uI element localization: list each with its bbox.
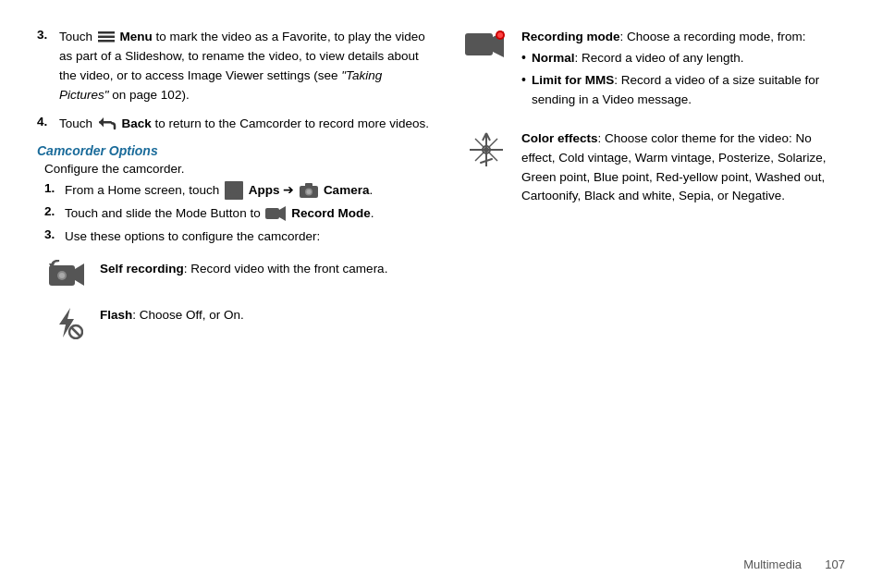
flash-desc: Flash: Choose Off, or On. (100, 306, 435, 325)
svg-line-27 (71, 327, 80, 337)
recording-mode-desc: Recording mode: Choose a recording mode,… (521, 28, 845, 113)
color-effects-row: Color effects: Choose color theme for th… (462, 129, 845, 207)
self-recording-row: Self recording: Record video with the fr… (44, 260, 435, 293)
sub-step-3-number: 3. (44, 227, 63, 241)
menu-icon (98, 31, 115, 43)
svg-rect-17 (305, 183, 312, 187)
bullet-mms: Limit for MMS: Record a video of a size … (521, 71, 845, 110)
self-recording-icon-area (44, 260, 89, 293)
step-3: 3. Touch Menu to mark the video as a Fav… (37, 28, 435, 105)
two-column-layout: 3. Touch Menu to mark the video as a Fav… (37, 28, 845, 339)
step-4: 4. Touch Back to return to the Camcorder… (37, 115, 435, 134)
svg-rect-2 (98, 40, 115, 43)
step-4-number: 4. (37, 115, 57, 129)
section-heading: Camcorder Options (37, 143, 435, 158)
recording-mode-icon (465, 30, 508, 63)
svg-marker-19 (279, 206, 286, 221)
bullet-normal: Normal: Record a video of any length. (521, 49, 845, 68)
step-3-text: Touch Menu to mark the video as a Favori… (59, 28, 435, 105)
sub-step-2-number: 2. (44, 204, 63, 218)
sub-step-3-text: Use these options to configure the camco… (65, 227, 435, 246)
page: 3. Touch Menu to mark the video as a Fav… (0, 0, 882, 588)
svg-point-31 (497, 32, 503, 38)
svg-point-16 (307, 190, 312, 194)
self-recording-desc: Self recording: Record video with the fr… (100, 260, 435, 278)
sub-steps: 1. From a Home screen, touch (44, 181, 435, 247)
camera-icon (300, 183, 318, 198)
back-icon (98, 116, 116, 131)
svg-point-24 (59, 273, 65, 278)
svg-rect-13 (236, 192, 243, 200)
left-column: 3. Touch Menu to mark the video as a Fav… (37, 28, 435, 339)
svg-rect-18 (265, 208, 279, 219)
configure-text: Configure the camcorder. (44, 162, 435, 176)
sub-step-3: 3. Use these options to configure the ca… (44, 227, 435, 246)
step-3-number: 3. (37, 28, 57, 42)
right-column: Recording mode: Choose a recording mode,… (462, 28, 845, 339)
record-mode-icon (265, 206, 286, 221)
step-4-text: Touch Back to return to the Camcorder to… (59, 115, 435, 134)
color-effects-icon (468, 131, 505, 168)
sub-step-1-text: From a Home screen, touch (65, 181, 435, 200)
sub-step-1: 1. From a Home screen, touch (44, 181, 435, 200)
self-recording-icon (47, 260, 86, 293)
footer-label: Multimedia (743, 557, 802, 571)
page-footer: Multimedia 107 (743, 557, 845, 571)
color-effects-desc: Color effects: Choose color theme for th… (521, 129, 845, 207)
flash-icon (50, 306, 83, 339)
recording-mode-bullets: Normal: Record a video of any length. Li… (521, 49, 845, 110)
flash-row: Flash: Choose Off, or On. (44, 306, 435, 339)
svg-marker-21 (75, 263, 84, 286)
footer-page: 107 (825, 557, 845, 571)
color-effects-icon-area (462, 129, 510, 168)
sub-step-1-number: 1. (44, 181, 63, 195)
svg-marker-4 (99, 117, 104, 127)
svg-rect-28 (465, 33, 493, 55)
svg-rect-0 (98, 31, 115, 34)
sub-step-2: 2. Touch and slide the Mode Button to Re… (44, 204, 435, 223)
svg-marker-25 (59, 308, 74, 337)
svg-rect-1 (98, 36, 115, 39)
sub-step-2-text: Touch and slide the Mode Button to Recor… (65, 204, 435, 223)
apps-grid-icon (225, 181, 243, 200)
recording-mode-icon-area (462, 28, 510, 63)
flash-icon-area (44, 306, 89, 339)
recording-mode-row: Recording mode: Choose a recording mode,… (462, 28, 845, 113)
